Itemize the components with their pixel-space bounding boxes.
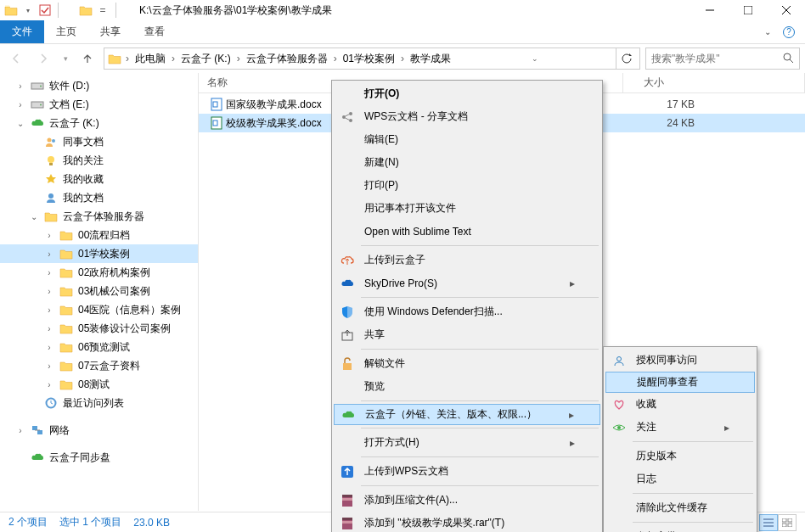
- menu-item-label: 打开(O): [364, 87, 399, 101]
- tree-folder[interactable]: ›00流程归档: [0, 226, 198, 244]
- svg-rect-43: [342, 518, 352, 520]
- tree-folder[interactable]: ›04医院（信息科）案例: [0, 300, 198, 319]
- qa-dropdown-icon[interactable]: ▾: [20, 3, 36, 18]
- tree-drive-e[interactable]: ›文档 (E:): [0, 95, 198, 114]
- dropdown-icon[interactable]: ⌄: [525, 48, 545, 69]
- folder-icon: [59, 322, 73, 334]
- menu-item[interactable]: 上传到云盒子: [334, 249, 600, 272]
- crumb-case[interactable]: 01学校案例: [340, 48, 398, 69]
- menu-item[interactable]: 发起审批: [605, 525, 755, 532]
- tab-file[interactable]: 文件: [0, 20, 44, 43]
- view-details-button[interactable]: [759, 514, 778, 531]
- search-box[interactable]: [645, 48, 800, 70]
- search-icon[interactable]: [782, 52, 794, 66]
- tree-network[interactable]: ›网络: [0, 421, 198, 440]
- menu-item-label: 共享: [364, 328, 385, 342]
- tab-view[interactable]: 查看: [132, 20, 177, 43]
- menu-item[interactable]: 新建(N): [334, 151, 600, 174]
- tree-folder[interactable]: ›06预览测试: [0, 338, 198, 356]
- context-menu[interactable]: 打开(O)WPS云文档 - 分享文档编辑(E)新建(N)打印(P)用记事本打开该…: [331, 80, 603, 532]
- menu-item[interactable]: 共享: [334, 323, 600, 346]
- menu-item[interactable]: 打开方式(H)▸: [334, 431, 600, 454]
- menu-item-label: 收藏: [636, 397, 656, 412]
- crumb-drive[interactable]: 云盒子 (K:): [177, 48, 234, 69]
- menu-item[interactable]: 编辑(E): [334, 128, 600, 151]
- svg-rect-40: [342, 495, 352, 497]
- svg-line-6: [790, 59, 793, 63]
- status-selected: 选中 1 个项目: [59, 515, 121, 529]
- up-button[interactable]: [76, 48, 99, 70]
- nav-tree[interactable]: ›软件 (D:) ›文档 (E:) ⌄云盒子 (K:) ·同事文档 ·我的关注 …: [0, 73, 199, 511]
- menu-item[interactable]: SkyDrive Pro(S)▸: [334, 272, 600, 294]
- network-icon: [31, 424, 44, 436]
- ribbon-expand-icon[interactable]: ⌄: [764, 27, 771, 36]
- minimize-button[interactable]: [690, 0, 729, 20]
- menu-item-label: Open with Sublime Text: [364, 226, 471, 238]
- menu-item[interactable]: 日志: [605, 468, 755, 490]
- people-icon: [44, 136, 58, 148]
- history-dropdown[interactable]: ▾: [59, 48, 71, 70]
- menu-item[interactable]: WPS云文档 - 分享文档: [334, 105, 600, 128]
- crumb-leaf[interactable]: 教学成果: [407, 48, 454, 69]
- menu-item[interactable]: 授权同事访问: [605, 349, 755, 372]
- tree-drive-d[interactable]: ›软件 (D:): [0, 76, 198, 95]
- menu-item[interactable]: 提醒同事查看: [605, 372, 755, 393]
- qa-sep-icon[interactable]: =: [95, 3, 110, 18]
- menu-item[interactable]: 添加到压缩文件(A)...: [334, 489, 600, 512]
- menu-item[interactable]: 打印(P): [334, 174, 600, 197]
- back-button[interactable]: [5, 48, 27, 70]
- menu-item[interactable]: 用记事本打开该文件: [334, 197, 600, 220]
- menu-item[interactable]: 预览: [334, 375, 600, 398]
- tree-folder[interactable]: ›02政府机构案例: [0, 263, 198, 282]
- tree-folder[interactable]: ›01学校案例: [0, 244, 198, 263]
- svg-rect-44: [342, 521, 352, 524]
- menu-item[interactable]: 关注▸: [605, 416, 755, 439]
- forward-button[interactable]: [32, 48, 54, 70]
- chevron-right-icon[interactable]: ›: [123, 53, 132, 64]
- tree-folder[interactable]: ›07云盒子资料: [0, 356, 198, 375]
- tab-share[interactable]: 共享: [88, 20, 132, 43]
- refresh-button[interactable]: [616, 48, 636, 69]
- crumb-server[interactable]: 云盒子体验服务器: [243, 48, 331, 69]
- menu-item-label: 历史版本: [636, 449, 677, 463]
- tree-server[interactable]: ⌄云盒子体验服务器: [0, 207, 198, 226]
- search-input[interactable]: [651, 53, 782, 64]
- menu-item[interactable]: Open with Sublime Text: [334, 220, 600, 243]
- menu-item[interactable]: 打开(O): [334, 82, 600, 105]
- menu-item[interactable]: 添加到 "校级教学成果奖.rar"(T): [334, 512, 600, 532]
- close-button[interactable]: [767, 0, 805, 20]
- menu-item[interactable]: 上传到WPS云文档: [334, 460, 600, 483]
- tree-folder[interactable]: ›08测试: [0, 375, 198, 394]
- menu-item-label: 编辑(E): [364, 132, 398, 147]
- tree-my-fav[interactable]: ·我的收藏: [0, 170, 198, 188]
- breadcrumb[interactable]: › 此电脑› 云盒子 (K:)› 云盒子体验服务器› 01学校案例› 教学成果 …: [104, 48, 640, 70]
- menu-item[interactable]: 历史版本: [605, 445, 755, 468]
- help-icon[interactable]: ?: [783, 26, 795, 38]
- menu-item[interactable]: 使用 Windows Defender扫描...: [334, 300, 600, 323]
- crumb-pc[interactable]: 此电脑: [132, 48, 169, 69]
- tree-drive-k[interactable]: ⌄云盒子 (K:): [0, 114, 198, 132]
- col-size[interactable]: 大小: [635, 73, 805, 92]
- tree-syncdisk[interactable]: ·云盒子同步盘: [0, 448, 198, 467]
- svg-rect-28: [788, 518, 792, 522]
- context-submenu[interactable]: 授权同事访问提醒同事查看收藏关注▸历史版本日志清除此文件缓存发起审批: [603, 346, 757, 532]
- tree-recent[interactable]: ·最近访问列表: [0, 394, 198, 412]
- tree-my-docs[interactable]: ·我的文档: [0, 188, 198, 207]
- tab-home[interactable]: 主页: [44, 20, 88, 43]
- tree-folder[interactable]: ›05装修设计公司案例: [0, 319, 198, 338]
- menu-item[interactable]: 解锁文件: [334, 352, 600, 375]
- maximize-button[interactable]: [729, 0, 767, 20]
- folder-icon: [59, 378, 73, 390]
- checkbox-icon[interactable]: [37, 3, 53, 18]
- menu-item[interactable]: 云盒子（外链、关注、版本、权限...）▸: [334, 404, 600, 425]
- svg-point-33: [349, 119, 352, 122]
- tree-my-follow[interactable]: ·我的关注: [0, 151, 198, 170]
- menu-item-label: WPS云文档 - 分享文档: [364, 109, 468, 124]
- menu-item[interactable]: 清除此文件缓存: [605, 496, 755, 519]
- tree-colleague-docs[interactable]: ·同事文档: [0, 132, 198, 151]
- tree-folder[interactable]: ›03机械公司案例: [0, 282, 198, 300]
- view-icons-button[interactable]: [778, 514, 797, 531]
- menu-item[interactable]: 收藏: [605, 393, 755, 416]
- share-icon: [339, 110, 356, 124]
- rar-icon: [339, 517, 356, 530]
